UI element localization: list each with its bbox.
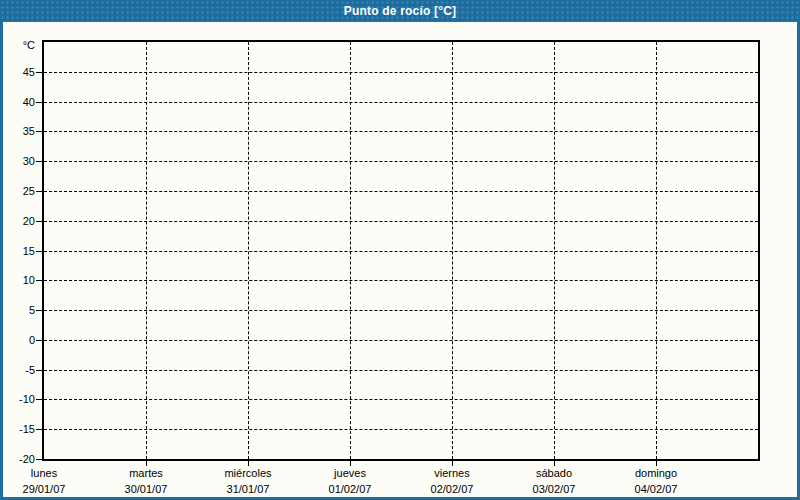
y-tick-label: 45: [0, 65, 35, 79]
x-tick-day-label: miércoles: [193, 467, 303, 480]
x-axis-tick: [350, 461, 351, 466]
x-tick-date-label: 31/01/07: [193, 483, 303, 496]
y-axis-tick: [36, 399, 42, 400]
x-tick-day-label: jueves: [295, 467, 405, 480]
y-gridline: [44, 280, 758, 281]
y-gridline: [44, 102, 758, 103]
x-tick-day-label: sábado: [499, 467, 609, 480]
y-axis-tick: [36, 310, 42, 311]
y-gridline: [44, 251, 758, 252]
x-tick-date-label: 02/02/07: [397, 483, 507, 496]
x-tick-day-label: domingo: [601, 467, 711, 480]
y-axis-tick: [36, 340, 42, 341]
y-axis-tick: [36, 161, 42, 162]
x-tick-date-label: 04/02/07: [601, 483, 711, 496]
x-gridline: [248, 42, 249, 459]
x-tick-date-label: 03/02/07: [499, 483, 609, 496]
y-tick-label: -20: [0, 452, 35, 466]
x-gridline: [350, 42, 351, 459]
x-tick-day-label: viernes: [397, 467, 507, 480]
y-tick-label: 35: [0, 124, 35, 138]
y-gridline: [44, 221, 758, 222]
y-gridline: [44, 310, 758, 311]
y-tick-label: -5: [0, 363, 35, 377]
y-axis-tick: [36, 370, 42, 371]
y-tick-label: -10: [0, 392, 35, 406]
y-axis-tick: [36, 251, 42, 252]
x-axis-tick: [248, 461, 249, 466]
x-tick-date-label: 01/02/07: [295, 483, 405, 496]
x-gridline: [554, 42, 555, 459]
y-gridline: [44, 429, 758, 430]
y-axis-tick: [36, 429, 42, 430]
y-gridline: [44, 161, 758, 162]
y-tick-label: -15: [0, 422, 35, 436]
y-tick-label: 5: [0, 303, 35, 317]
chart-window: Punto de rocío [°C] 454035302520151050-5…: [0, 0, 800, 500]
frame-border-left: [0, 22, 3, 500]
x-axis-tick: [656, 461, 657, 466]
y-axis-tick: [36, 221, 42, 222]
y-tick-label: 10: [0, 273, 35, 287]
y-axis-unit-label: °C: [0, 38, 35, 52]
y-tick-label: 25: [0, 184, 35, 198]
y-tick-label: 30: [0, 154, 35, 168]
x-axis-tick: [554, 461, 555, 466]
x-gridline: [146, 42, 147, 459]
y-gridline: [44, 370, 758, 371]
y-tick-label: 0: [0, 333, 35, 347]
y-gridline: [44, 399, 758, 400]
y-axis-tick: [36, 280, 42, 281]
x-tick-date-label: 29/01/07: [0, 483, 99, 496]
y-gridline: [44, 72, 758, 73]
y-gridline: [44, 340, 758, 341]
y-tick-label: 40: [0, 95, 35, 109]
y-gridline: [44, 131, 758, 132]
y-axis-tick: [36, 191, 42, 192]
x-tick-date-label: 30/01/07: [91, 483, 201, 496]
y-axis-tick: [36, 102, 42, 103]
y-gridline: [44, 191, 758, 192]
x-tick-day-label: lunes: [0, 467, 99, 480]
chart-title: Punto de rocío [°C]: [344, 4, 457, 18]
plot-area: [42, 40, 760, 461]
y-axis-tick: [36, 72, 42, 73]
y-axis-tick: [36, 131, 42, 132]
x-axis-tick: [146, 461, 147, 466]
title-bar: Punto de rocío [°C]: [0, 0, 800, 22]
x-gridline: [656, 42, 657, 459]
y-tick-label: 15: [0, 244, 35, 258]
x-gridline: [452, 42, 453, 459]
x-axis-tick: [452, 461, 453, 466]
x-tick-day-label: martes: [91, 467, 201, 480]
y-tick-label: 20: [0, 214, 35, 228]
y-axis-tick: [36, 459, 42, 460]
